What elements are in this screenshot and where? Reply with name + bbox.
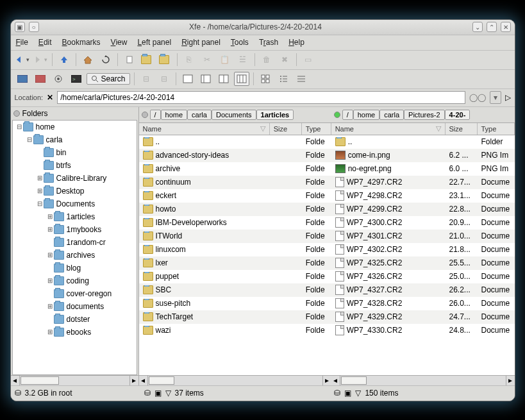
panel-view4-button[interactable]: [234, 72, 249, 86]
refresh-button[interactable]: [98, 53, 113, 67]
execute-button[interactable]: [51, 72, 66, 86]
tree-item[interactable]: ⊞1articles: [13, 210, 137, 223]
file-row[interactable]: WP7_4326.CR225.0...Docume: [331, 270, 515, 283]
tree-item[interactable]: ⊞archives: [13, 249, 137, 262]
tree-item[interactable]: bin: [13, 146, 137, 159]
col-size[interactable]: Size: [446, 123, 478, 135]
mount-button[interactable]: ⊟: [138, 72, 154, 86]
properties-button[interactable]: ☱: [235, 53, 251, 67]
col-name[interactable]: Name▽: [331, 123, 446, 135]
file-row[interactable]: WP7_4327.CR226.2...Docume: [331, 283, 515, 297]
breadcrumb-item[interactable]: /: [150, 110, 161, 120]
file-row[interactable]: WP7_4325.CR225.5...Docume: [331, 256, 515, 270]
breadcrumb-item[interactable]: Pictures-2: [404, 110, 445, 120]
tree-item[interactable]: ⊞Calibre-Library: [13, 172, 137, 185]
tree-scrollbar[interactable]: ◂▸: [11, 375, 138, 385]
tree-item[interactable]: 1random-cr: [13, 236, 137, 249]
breadcrumb-item[interactable]: 4-20-: [445, 110, 471, 120]
menu-rightpanel[interactable]: Right panel: [181, 38, 221, 47]
file-row[interactable]: WP7_4328.CR226.0...Docume: [331, 297, 515, 310]
new-file-button[interactable]: [122, 53, 137, 67]
left-scrollbar[interactable]: ◂▸: [139, 375, 331, 385]
cut-button[interactable]: ✂: [199, 53, 215, 67]
file-row[interactable]: ITWorldFolde: [139, 230, 331, 243]
file-row[interactable]: puppetFolde: [139, 270, 331, 283]
search-button[interactable]: Search: [87, 73, 130, 85]
col-size[interactable]: Size: [270, 123, 302, 135]
right-file-list[interactable]: ..Foldercome-in.png6.2 ...PNG Imno-egret…: [331, 135, 515, 375]
breadcrumb-item[interactable]: home: [353, 110, 380, 120]
menu-help[interactable]: Help: [288, 38, 304, 47]
file-row[interactable]: advanced-story-ideasFolde: [139, 149, 331, 162]
file-row[interactable]: WP7_4301.CR221.0...Docume: [331, 230, 515, 243]
menu-trash[interactable]: Trash: [259, 38, 278, 47]
menu-edit[interactable]: Edit: [38, 38, 52, 47]
location-input[interactable]: [57, 91, 465, 104]
go-button[interactable]: ▷: [505, 93, 511, 102]
folder-tree[interactable]: ⊟home⊟carlabinbtrfs⊞Calibre-Library⊞Desk…: [12, 120, 137, 375]
panel-view1-button[interactable]: [180, 72, 196, 86]
details-button[interactable]: [294, 72, 309, 86]
file-row[interactable]: WP7_4299.CR222.8...Docume: [331, 203, 515, 216]
tree-item[interactable]: ⊞1mybooks: [13, 223, 137, 236]
file-row[interactable]: come-in.png6.2 ...PNG Im: [331, 149, 515, 162]
breadcrumb-item[interactable]: carla: [379, 110, 404, 120]
back-button[interactable]: ▾: [15, 53, 30, 67]
home-button[interactable]: [80, 53, 96, 67]
up-button[interactable]: [56, 53, 72, 67]
breadcrumb-item[interactable]: /: [342, 110, 353, 120]
col-type[interactable]: Type: [478, 123, 515, 135]
file-row[interactable]: no-egret.png6.0 ...PNG Im: [331, 162, 515, 176]
forward-button[interactable]: ▾: [33, 53, 48, 67]
file-row[interactable]: archiveFolde: [139, 162, 331, 176]
file-row[interactable]: WP7_4302.CR221.8...Docume: [331, 243, 515, 256]
maximize-button[interactable]: ⌃: [487, 22, 497, 32]
file-row[interactable]: howtoFolde: [139, 203, 331, 216]
right-scrollbar[interactable]: ◂▸: [331, 375, 515, 385]
breadcrumb-item[interactable]: home: [161, 110, 188, 120]
file-row[interactable]: waziFolde: [139, 324, 331, 337]
tree-item[interactable]: ⊞documents: [13, 300, 137, 313]
file-row[interactable]: WP7_4300.CR220.9...Docume: [331, 216, 515, 230]
tree-item[interactable]: ⊞coding: [13, 274, 137, 287]
new-link-button[interactable]: [158, 53, 173, 67]
file-row[interactable]: ..Folder: [331, 135, 515, 149]
copy-button[interactable]: ⎘: [181, 53, 197, 67]
breadcrumb-item[interactable]: Documents: [212, 110, 256, 120]
new-folder-button[interactable]: [140, 53, 155, 67]
file-row[interactable]: IBM-DeveloperworksFolde: [139, 216, 331, 230]
file-row[interactable]: eckertFolde: [139, 189, 331, 203]
file-row[interactable]: WP7_4297.CR222.7...Docume: [331, 176, 515, 189]
rollup-button[interactable]: ○: [29, 22, 39, 32]
file-row[interactable]: suse-pitchFolde: [139, 297, 331, 310]
tree-item[interactable]: ⊟carla: [13, 133, 137, 146]
file-row[interactable]: TechTargetFolde: [139, 310, 331, 324]
file-row[interactable]: SBCFolde: [139, 283, 331, 297]
tree-item[interactable]: ⊞ebooks: [13, 326, 137, 339]
file-row[interactable]: continuumFolde: [139, 176, 331, 189]
tree-item[interactable]: ⊟home: [13, 121, 137, 133]
tree-item[interactable]: ⊞Desktop: [13, 185, 137, 197]
file-row[interactable]: WP7_4329.CR224.7...Docume: [331, 310, 515, 324]
menu-tools[interactable]: Tools: [231, 38, 249, 47]
tree-item[interactable]: dotster: [13, 313, 137, 326]
close-button[interactable]: ✕: [501, 22, 511, 32]
location-dropdown[interactable]: ▾: [490, 91, 501, 104]
panel-view3-button[interactable]: [216, 72, 231, 86]
menu-view[interactable]: View: [111, 38, 128, 47]
file-row[interactable]: ..Folde: [139, 135, 331, 149]
panel-view2-button[interactable]: [198, 72, 213, 86]
root-terminal-button[interactable]: [33, 72, 48, 86]
delete-button[interactable]: ✖: [277, 53, 292, 67]
left-file-list[interactable]: ..Foldeadvanced-story-ideasFoldearchiveF…: [139, 135, 331, 375]
tree-item[interactable]: cover-oregon: [13, 287, 137, 300]
console-button[interactable]: >: [69, 72, 84, 86]
breadcrumb-item[interactable]: 1articles: [256, 110, 294, 120]
file-row[interactable]: lxerFolde: [139, 256, 331, 270]
col-type[interactable]: Type: [302, 123, 331, 135]
clear-location-button[interactable]: ✕: [47, 93, 53, 102]
file-row[interactable]: WP7_4298.CR223.1...Docume: [331, 189, 515, 203]
file-row[interactable]: linuxcomFolde: [139, 243, 331, 256]
big-icons-button[interactable]: [258, 72, 273, 86]
tree-item[interactable]: btrfs: [13, 159, 137, 172]
